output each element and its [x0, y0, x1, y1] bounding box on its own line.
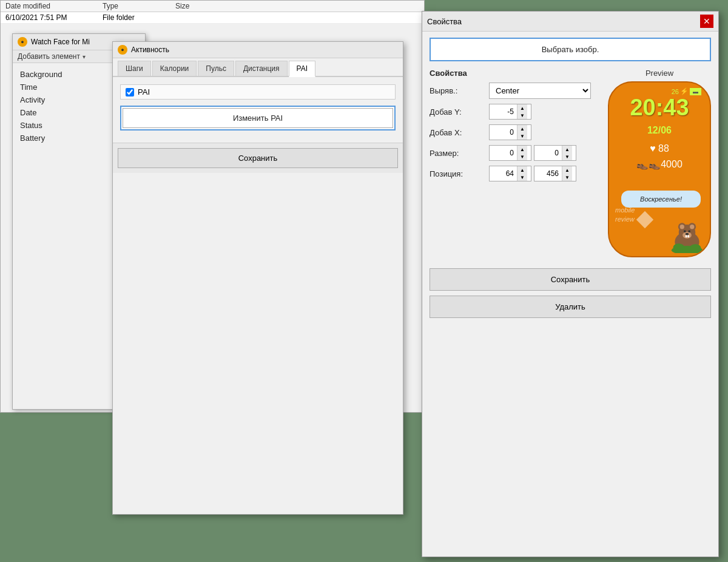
col-size: Size — [175, 2, 224, 10]
props-dialog-title: Свойства — [427, 17, 462, 26]
addx-arrows: ▲ ▼ — [517, 125, 527, 140]
size-label: Размер: — [430, 149, 484, 158]
props-delete-button[interactable]: Удалить — [430, 296, 711, 318]
addx-row: Добав X: ▲ ▼ — [430, 124, 596, 140]
svg-point-6 — [682, 232, 692, 239]
svg-rect-10 — [686, 235, 687, 237]
position-down-1[interactable]: ▼ — [517, 174, 527, 181]
col-date-modified: Date modified — [5, 2, 103, 10]
tab-calories[interactable]: Калории — [152, 61, 197, 76]
position-spinbox-1: ▲ ▼ — [489, 166, 531, 181]
addy-up[interactable]: ▲ — [517, 104, 527, 112]
position-up-1[interactable]: ▲ — [517, 166, 527, 174]
watch-time: 20:43 — [609, 95, 710, 121]
svg-point-9 — [686, 233, 689, 235]
activity-dialog: ● Активность Шаги Калории Пульс Дистанци… — [112, 41, 403, 515]
main-window-title: Watch Face for Mi — [31, 38, 90, 46]
addy-spinbox: ▲ ▼ — [489, 104, 531, 120]
activity-dialog-titlebar: ● Активность — [113, 42, 403, 58]
position-up-2[interactable]: ▲ — [562, 166, 572, 174]
addx-up[interactable]: ▲ — [517, 125, 527, 132]
addx-input[interactable] — [490, 126, 517, 138]
size-down-2[interactable]: ▼ — [562, 153, 572, 160]
position-input-1[interactable] — [490, 168, 517, 180]
activity-app-icon: ● — [118, 45, 127, 55]
col-type: Type — [103, 2, 175, 10]
watermark-diamond-icon — [636, 211, 653, 228]
preview-label: Preview — [608, 69, 711, 78]
activity-dialog-content: PAI Изменить PAI — [113, 77, 403, 143]
props-fields: Свойства Выряв.: Center Left Right Добав… — [430, 69, 596, 257]
tabs-bar: Шаги Калории Пульс Дистанция PAI — [113, 58, 403, 77]
size-input-2[interactable] — [534, 147, 562, 159]
props-save-button[interactable]: Сохранить — [430, 268, 711, 291]
addx-down[interactable]: ▼ — [517, 132, 527, 140]
close-button[interactable]: ✕ — [700, 15, 713, 28]
tab-pai[interactable]: PAI — [289, 61, 315, 77]
watch-bubble: Воскресенье! — [621, 191, 701, 208]
position-pair: ▲ ▼ ▲ ▼ — [489, 166, 576, 181]
size-arrows-1: ▲ ▼ — [517, 146, 527, 160]
pai-button-container: Изменить PAI — [120, 106, 396, 130]
addx-spinbox: ▲ ▼ — [489, 124, 531, 140]
svg-point-4 — [680, 225, 684, 229]
size-spinbox-2: ▲ ▼ — [534, 145, 576, 161]
props-section-label: Свойства — [430, 69, 596, 78]
pai-checkbox-label: PAI — [138, 87, 150, 96]
addy-arrows: ▲ ▼ — [517, 104, 527, 119]
position-label: Позиция: — [430, 169, 484, 178]
position-spinbox-2: ▲ ▼ — [534, 166, 576, 181]
tab-distance[interactable]: Дистанция — [235, 61, 288, 76]
watch-heart: ♥ 88 — [609, 143, 710, 154]
addy-label: Добав Y: — [430, 107, 484, 117]
app-icon: ● — [18, 37, 27, 47]
addx-label: Добав X: — [430, 128, 484, 137]
addy-down[interactable]: ▼ — [517, 112, 527, 119]
activity-save-button[interactable]: Сохранить — [118, 148, 398, 168]
align-label: Выряв.: — [430, 86, 484, 95]
addy-input[interactable] — [490, 106, 517, 118]
size-down-1[interactable]: ▼ — [517, 153, 527, 160]
bottom-buttons: Сохранить Удалить — [422, 263, 718, 323]
position-input-2[interactable] — [534, 168, 562, 180]
size-up-2[interactable]: ▲ — [562, 146, 572, 153]
file-row[interactable]: 6/10/2021 7:51 PM File folder — [1, 12, 424, 24]
size-spinbox-1: ▲ ▼ — [489, 145, 531, 161]
watch-steps: 👞👞4000 — [609, 158, 710, 170]
position-arrows-2: ▲ ▼ — [562, 166, 572, 181]
svg-point-5 — [690, 225, 694, 229]
battery-value: 26 — [672, 88, 679, 95]
align-row: Выряв.: Center Left Right — [430, 83, 596, 99]
size-up-1[interactable]: ▲ — [517, 146, 527, 153]
size-input-1[interactable] — [490, 147, 517, 159]
add-element-dropdown-arrow[interactable]: ▾ — [83, 53, 86, 60]
position-down-2[interactable]: ▼ — [562, 174, 572, 181]
file-type: File folder — [103, 13, 175, 22]
props-titlebar: Свойства ✕ — [422, 12, 718, 32]
size-pair: ▲ ▼ ▲ ▼ — [489, 145, 576, 161]
position-arrows-1: ▲ ▼ — [517, 166, 527, 181]
props-main-layout: Свойства Выряв.: Center Left Right Добав… — [430, 69, 711, 257]
change-pai-button[interactable]: Изменить PAI — [123, 108, 393, 128]
bear-illustration — [670, 217, 704, 253]
tab-pulse[interactable]: Пульс — [198, 61, 234, 76]
size-row: Размер: ▲ ▼ ▲ — [430, 145, 596, 161]
position-row: Позиция: ▲ ▼ ▲ — [430, 166, 596, 181]
addy-row: Добав Y: ▲ ▼ — [430, 104, 596, 120]
watch-preview: 26 ⚡ ▬ 20:43 12/06 ♥ 88 👞👞4000 Воскресен… — [608, 81, 711, 257]
align-select[interactable]: Center Left Right — [489, 83, 591, 99]
svg-point-14 — [690, 244, 701, 252]
select-image-button[interactable]: Выбрать изобр. — [430, 38, 711, 61]
watermark: mobilereview — [615, 206, 651, 226]
pai-checkbox[interactable] — [126, 88, 134, 96]
watermark-text: mobilereview — [615, 206, 635, 223]
svg-point-13 — [673, 243, 684, 251]
activity-dialog-footer: Сохранить — [113, 143, 403, 173]
tab-steps[interactable]: Шаги — [118, 61, 151, 76]
add-element-button[interactable]: Добавить элемент — [18, 52, 80, 61]
pai-checkbox-row: PAI — [120, 84, 396, 100]
activity-dialog-title: Активность — [131, 46, 169, 54]
svg-rect-11 — [687, 235, 689, 237]
props-body: Выбрать изобр. Свойства Выряв.: Center L… — [422, 32, 718, 263]
svg-point-8 — [688, 230, 690, 232]
